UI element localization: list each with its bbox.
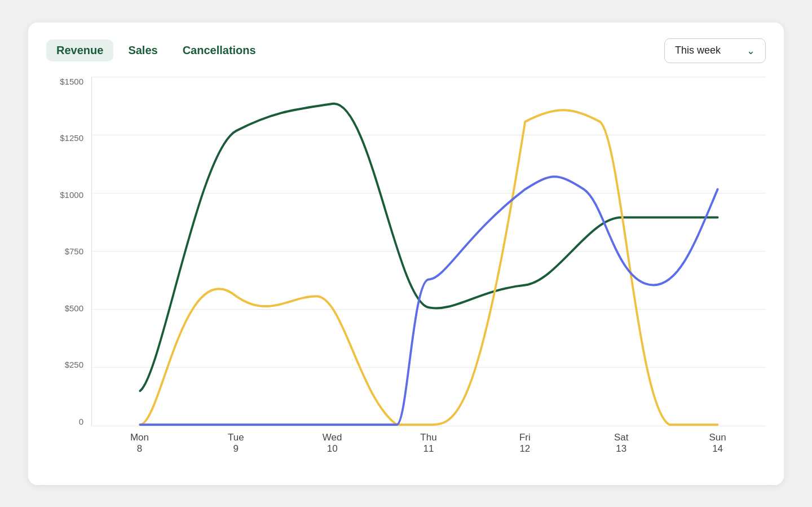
x-num-9: 9 (233, 443, 239, 455)
y-label-1500: $1500 (60, 77, 83, 86)
x-num-12: 12 (519, 443, 530, 455)
period-dropdown[interactable]: This week ⌄ (664, 38, 766, 63)
x-num-8: 8 (137, 443, 142, 455)
chevron-down-icon: ⌄ (747, 45, 755, 57)
x-day-mon: Mon (130, 432, 149, 443)
x-label-sun: Sun 14 (669, 426, 766, 460)
y-label-1000: $1000 (60, 190, 83, 200)
y-label-0: 0 (79, 417, 83, 426)
x-num-10: 10 (327, 443, 338, 455)
x-label-wed: Wed 10 (284, 426, 381, 460)
tab-cancellations[interactable]: Cancellations (173, 39, 266, 61)
x-num-11: 11 (423, 443, 434, 455)
x-day-tue: Tue (228, 432, 244, 443)
blue-line (140, 177, 717, 425)
x-label-tue: Tue 9 (188, 426, 284, 460)
x-day-wed: Wed (323, 432, 342, 443)
tab-revenue[interactable]: Revenue (46, 39, 113, 61)
y-label-500: $500 (65, 303, 83, 313)
x-day-fri: Fri (519, 432, 531, 443)
y-label-750: $750 (65, 246, 83, 256)
plot-area (91, 77, 766, 426)
x-num-14: 14 (712, 443, 723, 455)
x-axis: Mon 8 Tue 9 Wed 10 Thu 11 Fri 12 Sat 13 (91, 426, 766, 460)
y-axis: $1500 $1250 $1000 $750 $500 $250 0 (46, 77, 91, 426)
chart-header: Revenue Sales Cancellations This week ⌄ (46, 38, 766, 63)
tab-sales[interactable]: Sales (118, 39, 167, 61)
yellow-line (140, 110, 717, 425)
x-num-13: 13 (616, 443, 626, 455)
x-label-sat: Sat 13 (573, 426, 669, 460)
chart-svg (92, 77, 766, 426)
chart-area: $1500 $1250 $1000 $750 $500 $250 0 (46, 77, 766, 460)
y-label-1250: $1250 (60, 133, 83, 143)
dropdown-label: This week (675, 45, 721, 56)
x-label-fri: Fri 12 (476, 426, 573, 460)
y-label-250: $250 (65, 360, 83, 369)
x-day-sat: Sat (614, 432, 629, 443)
tab-group: Revenue Sales Cancellations (46, 39, 266, 61)
x-day-thu: Thu (420, 432, 436, 443)
x-day-sun: Sun (709, 432, 726, 443)
chart-card: Revenue Sales Cancellations This week ⌄ … (28, 23, 784, 485)
x-label-mon: Mon 8 (91, 426, 188, 460)
x-label-thu: Thu 11 (381, 426, 477, 460)
dark-green-line (140, 103, 717, 390)
